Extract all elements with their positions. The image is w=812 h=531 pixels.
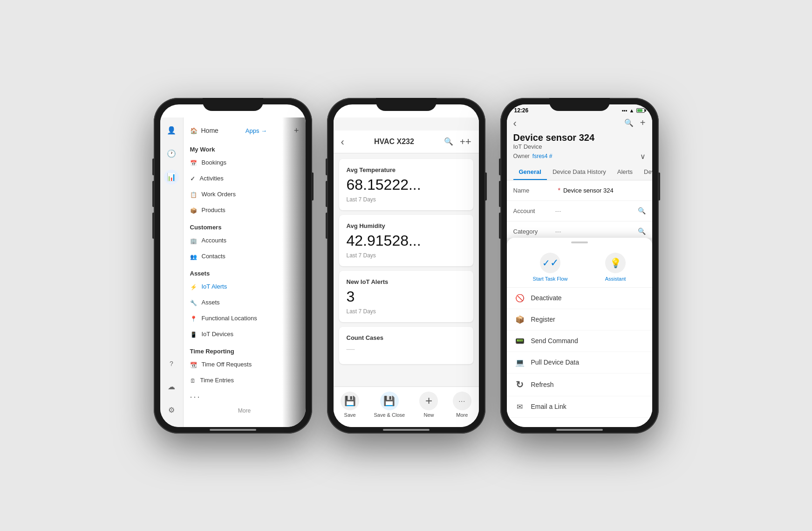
assets-label: Assets [202, 299, 220, 306]
device-header: 🔍 + Device sensor 324 IoT Device Owner f… [507, 115, 652, 165]
humidity-card: Avg Humidity 42.91528... Last 7 Days [339, 215, 473, 266]
send-command-icon [514, 336, 525, 346]
contacts-icon [190, 253, 197, 260]
account-field-label: Account [513, 207, 555, 214]
category-field-value[interactable]: --- [555, 228, 638, 235]
account-field-value[interactable]: --- [555, 207, 638, 214]
email-label: Email a Link [531, 403, 566, 410]
temp-value: 68.15222... [347, 176, 466, 193]
account-search-icon[interactable]: 🔍 [638, 207, 646, 214]
send-command-label: Send Command [531, 337, 578, 345]
status-icons: ▪▪▪ ▲ [622, 108, 645, 113]
count-cases-label: Count Cases [347, 334, 466, 341]
home-icon [190, 127, 198, 134]
plus-icon-3[interactable]: + [640, 117, 646, 128]
deactivate-action[interactable]: Deactivate [507, 288, 652, 309]
owner-value[interactable]: fsres4 # [532, 153, 553, 159]
send-command-action[interactable]: Send Command [507, 331, 652, 352]
save-label: Save [344, 412, 356, 418]
required-indicator: * [558, 186, 560, 194]
device-tabs: General Device Data History Alerts Devic… [507, 165, 652, 180]
temp-period: Last 7 Days [347, 196, 466, 203]
notch-3 [549, 98, 610, 111]
time-entries-label: Time Entries [200, 377, 234, 384]
humidity-value: 42.91528... [347, 232, 466, 249]
count-cases-value: — [347, 344, 466, 354]
battery-icon [636, 108, 645, 113]
owner-label: Owner [513, 153, 530, 159]
task-flow-icon: ✓ [540, 253, 560, 273]
home-label: Home [201, 127, 218, 134]
tab-device-r[interactable]: Device R [638, 165, 652, 180]
field-account: Account --- 🔍 [507, 201, 652, 221]
pull-data-label: Pull Device Data [531, 359, 580, 366]
activities-label: Activities [200, 175, 224, 182]
save-close-icon [380, 392, 399, 410]
apps-label: Apps → [246, 127, 267, 134]
action-list: Deactivate Register Send Command Pull De… [507, 288, 652, 418]
bottom-sheet: ✓ Start Task Flow Assistant Deactiv [507, 238, 652, 427]
iot-alerts-label: New IoT Alerts [347, 278, 466, 285]
temp-label: Avg Temperature [347, 166, 466, 173]
dark-overlay [282, 117, 306, 427]
field-name: Name * Device sensor 324 [507, 180, 652, 201]
deactivate-label: Deactivate [531, 294, 562, 302]
save-icon [341, 392, 359, 410]
category-search-icon[interactable]: 🔍 [638, 228, 646, 235]
refresh-action[interactable]: Refresh [507, 373, 652, 396]
sidebar-clock-icon[interactable] [164, 146, 179, 161]
products-label: Products [202, 207, 225, 214]
iot-alerts-card: New IoT Alerts 3 Last 7 Days [339, 271, 473, 322]
sidebar-person-icon[interactable] [164, 123, 179, 138]
sidebar-cloud-icon[interactable] [164, 379, 179, 394]
register-action[interactable]: Register [507, 309, 652, 331]
new-button[interactable]: + New [419, 392, 438, 418]
save-close-button[interactable]: Save & Close [374, 392, 405, 418]
time-off-label: Time Off Requests [202, 361, 252, 368]
field-category: Category --- 🔍 [507, 221, 652, 238]
refresh-label: Refresh [531, 381, 554, 388]
apps-link[interactable]: Apps → [246, 127, 267, 134]
temp-card: Avg Temperature 68.15222... Last 7 Days [339, 159, 473, 210]
pull-data-action[interactable]: Pull Device Data [507, 352, 652, 373]
email-icon [514, 402, 525, 412]
assistant-button[interactable]: Assistant [605, 253, 626, 282]
phone-3: 12:26 ▪▪▪ ▲ 🔍 + Devic [500, 98, 659, 434]
bottom-action-bar: Save Save & Close + New More [334, 386, 479, 427]
hvac-title: HVAC X232 [374, 138, 414, 146]
iot-alerts-value: 3 [347, 288, 466, 305]
plus-icon[interactable]: + [460, 136, 471, 148]
tab-alerts[interactable]: Alerts [612, 165, 638, 180]
iot-alerts-icon [190, 283, 197, 290]
accounts-label: Accounts [202, 237, 226, 244]
start-task-flow-button[interactable]: ✓ Start Task Flow [533, 253, 568, 282]
email-link-action[interactable]: Email a Link [507, 396, 652, 418]
functional-locations-icon [190, 315, 197, 322]
save-button[interactable]: Save [341, 392, 359, 418]
sidebar-gear-icon[interactable] [164, 403, 179, 418]
home-nav-item[interactable]: Home [190, 127, 218, 134]
back-button[interactable] [341, 135, 344, 148]
search-icon[interactable] [444, 137, 453, 146]
iot-alerts-period: Last 7 Days [347, 308, 466, 315]
search-icon-3[interactable]: 🔍 [624, 118, 634, 127]
new-label: New [423, 412, 434, 418]
back-button-3[interactable] [513, 117, 517, 130]
count-cases-card: Count Cases — [339, 327, 473, 364]
chevron-down-icon[interactable]: ∨ [640, 152, 646, 161]
save-close-label: Save & Close [374, 412, 405, 418]
iot-alerts-label: IoT Alerts [202, 283, 227, 290]
device-title: Device sensor 324 [513, 132, 646, 143]
products-icon [190, 207, 197, 214]
more-button[interactable]: More [453, 392, 471, 418]
name-field-value[interactable]: Device sensor 324 [563, 187, 646, 194]
sidebar-help-icon[interactable] [164, 356, 179, 371]
nav-row: 🔍 + [513, 117, 646, 130]
tab-history[interactable]: Device Data History [547, 165, 612, 180]
tab-general[interactable]: General [513, 165, 547, 180]
sidebar-icons [160, 117, 184, 427]
more-label: More [456, 412, 468, 418]
sidebar-chart-icon[interactable] [164, 170, 179, 185]
status-time: 12:26 [514, 107, 529, 114]
signal-icon: ▪▪▪ [622, 108, 628, 113]
